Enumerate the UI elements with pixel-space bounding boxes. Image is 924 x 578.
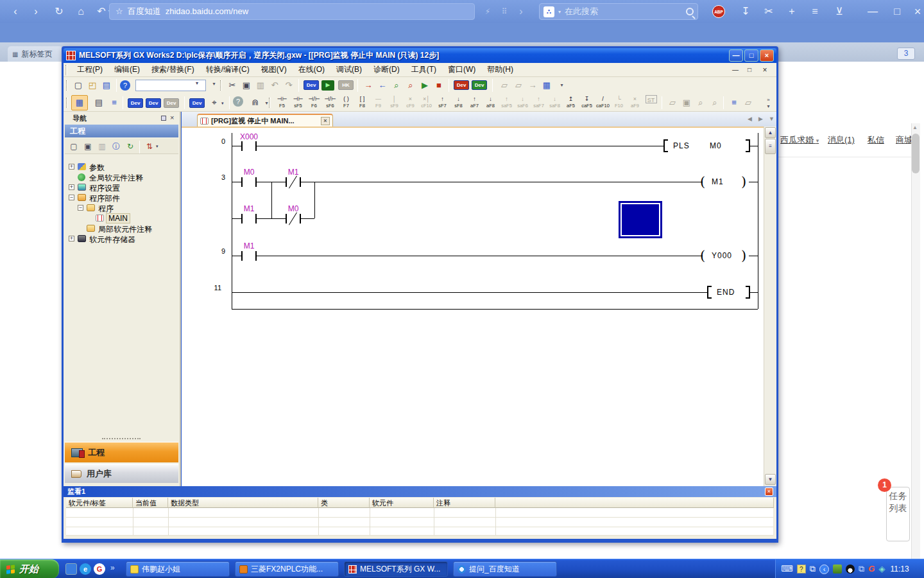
page-scrollbar[interactable]	[911, 123, 920, 578]
tab-count-badge[interactable]: 3	[897, 48, 915, 60]
page-scroll-thumb[interactable]	[912, 134, 920, 173]
security-shield-icon[interactable]: ◈	[878, 564, 885, 574]
help-icon[interactable]: ?	[120, 80, 130, 91]
mall-link[interactable]: 商城	[896, 134, 912, 146]
ladder-invert-result-button[interactable]: /caF10	[595, 94, 611, 111]
ladder-canvas[interactable]: 0 X000 PLS M0 3 M0 M1	[182, 127, 764, 486]
watch-row[interactable]	[66, 508, 774, 518]
toolbar-overflow-caret-icon[interactable]: ▾	[764, 103, 773, 109]
copy-item-icon[interactable]: ▣	[81, 140, 94, 153]
search-engine-paw-icon[interactable]: ∴	[543, 6, 554, 17]
watch-col-value[interactable]: 当前值	[133, 498, 168, 508]
main-menu-icon[interactable]: ≡	[807, 4, 823, 19]
nav-section-project[interactable]: 工程	[65, 125, 178, 137]
verify-with-plc-icon[interactable]: ⌕	[389, 78, 404, 92]
keyboard-layout-icon[interactable]: ⌨	[781, 564, 793, 574]
contact-m1[interactable]	[241, 214, 257, 223]
selection-cursor[interactable]	[619, 201, 662, 238]
messages-link[interactable]: 消息(1)	[828, 134, 855, 146]
toolbar-overflow-icon[interactable]: ▾	[558, 82, 566, 88]
forward-icon[interactable]: ›	[28, 4, 44, 19]
device-test-icon[interactable]: Dev	[454, 80, 469, 90]
device-find-icon[interactable]: Dev	[128, 98, 143, 108]
melsoft-maximize-button[interactable]: □	[744, 49, 758, 62]
ime-help-icon[interactable]: ?	[797, 565, 806, 574]
undo-icon[interactable]: ↶	[268, 78, 282, 92]
instruction-end[interactable]: END	[717, 288, 735, 297]
navigation-toggle-icon[interactable]: ▦	[71, 95, 88, 110]
mdi-close-button[interactable]: ×	[759, 66, 771, 75]
device-batch-monitor-icon[interactable]: Dev	[472, 80, 487, 90]
device-search-caret-icon[interactable]: ▾	[221, 101, 224, 106]
qr-code-icon[interactable]: ⠿	[497, 4, 512, 19]
nav-userlib-button[interactable]: 用户库	[65, 464, 178, 483]
monitor-start-icon[interactable]: ▶	[418, 78, 432, 92]
ladder-invert-rising-button[interactable]: ↥aF5	[563, 94, 579, 111]
ladder-erase-line-button[interactable]: ×aF9	[627, 94, 643, 111]
ladder-coil-button[interactable]: ( )F7	[338, 94, 354, 111]
ladder-scrollbar[interactable]: ▲ ≡ ▼	[764, 127, 776, 486]
expand-icon[interactable]: +	[69, 184, 74, 190]
screenshot-scissors-icon[interactable]: ✂	[761, 4, 776, 19]
coil-m1[interactable]: M1	[712, 177, 724, 186]
ladder-falling-pulse-button[interactable]: ↓sF8	[450, 94, 466, 111]
favorite-star-icon[interactable]: ☆	[116, 4, 123, 19]
ladder-closed-contact-button[interactable]: ⊣/⊢F6	[306, 94, 322, 111]
expand-chevron-icon[interactable]: ›	[513, 4, 529, 19]
scroll-down-icon[interactable]: ▼	[765, 474, 776, 485]
ladder-delete-hline-button[interactable]: ×cF9	[402, 94, 418, 111]
new-project-icon[interactable]: ▢	[71, 78, 85, 92]
start-button[interactable]: 开始	[0, 559, 59, 578]
tab-list-icon[interactable]: ▼	[769, 116, 774, 122]
back-icon[interactable]: ‹	[8, 4, 23, 19]
window-minimize-icon[interactable]: —	[865, 4, 880, 19]
window-stack-icon[interactable]: ⧉	[810, 564, 816, 574]
property-info-icon[interactable]: ⓘ	[110, 140, 123, 153]
quick-launch-360-icon[interactable]: G	[94, 563, 105, 575]
ladder-display-icon[interactable]: ≡	[727, 96, 741, 110]
menu-convert-compile[interactable]: 转换/编译(C)	[200, 63, 255, 76]
taskbar-item-baidu-zhidao[interactable]: 提问_百度知道	[453, 561, 557, 577]
toolbar-grip[interactable]	[220, 80, 222, 91]
scroll-up-icon[interactable]: ▲	[912, 125, 918, 130]
window-restore-icon[interactable]: □	[889, 4, 905, 19]
task-list-button[interactable]: 任务列表	[886, 487, 910, 541]
window-close-icon[interactable]: ×	[910, 4, 924, 19]
ladder-application-instruction-button[interactable]: [ ]F8	[354, 94, 370, 111]
download-icon[interactable]: ↧	[738, 4, 753, 19]
search-icon[interactable]	[686, 8, 694, 15]
ladder-parallel-closed-button[interactable]: ⊣/⊢sF6	[322, 94, 338, 111]
contact-x000[interactable]	[241, 141, 257, 151]
tray-clock[interactable]: 11:13	[890, 565, 909, 574]
jump-icon[interactable]: →	[526, 78, 540, 92]
edit-note-icon[interactable]: ▣	[680, 96, 694, 110]
mdi-minimize-button[interactable]: —	[730, 66, 741, 75]
search-input[interactable]: 在此搜索	[565, 6, 682, 17]
address-bar[interactable]: ☆ 百度知道 zhidao.baidu.com/new	[109, 3, 475, 20]
device-watch-icon[interactable]: Dev	[189, 98, 205, 108]
menu-tools[interactable]: 工具(T)	[406, 63, 442, 76]
taskbar-item-notepad[interactable]: 伟鹏赵小姐	[126, 561, 230, 577]
combobox-caret-icon[interactable]: ▾	[196, 80, 198, 86]
tab-scroll-left-icon[interactable]: ◀	[748, 116, 752, 122]
ladder-rising-close-button[interactable]: ↑saF5	[499, 94, 515, 111]
pin-icon[interactable]	[161, 116, 166, 121]
watch-col-device2[interactable]: 软元件	[370, 498, 434, 508]
360-tray-icon[interactable]: G	[868, 564, 875, 574]
watch-row[interactable]	[66, 527, 774, 536]
address-url[interactable]: zhidao.baidu.com/new	[166, 4, 248, 19]
menu-help[interactable]: 帮助(H)	[481, 63, 519, 76]
sort-caret-icon[interactable]: ▾	[156, 144, 158, 149]
copy-icon[interactable]: ▣	[239, 78, 253, 92]
ladder-hline-button[interactable]: —F9	[370, 94, 386, 111]
tray-collapse-icon[interactable]: ‹	[819, 565, 829, 574]
scroll-thumb[interactable]: ≡	[765, 139, 776, 154]
contact-m0[interactable]	[241, 177, 257, 187]
device-ccl-icon[interactable]: Dev	[164, 98, 179, 108]
mdi-restore-button[interactable]: □	[744, 66, 755, 75]
nav-project-button[interactable]: 工程	[65, 442, 178, 462]
collapse-icon[interactable]: −	[78, 205, 83, 211]
home-icon[interactable]: ⌂	[73, 4, 89, 19]
ladder-invert-falling-button[interactable]: ↧caF5	[579, 94, 595, 111]
editor-tab-main[interactable]: [PRG]监视 停止中 MAIN... ×	[197, 114, 333, 127]
